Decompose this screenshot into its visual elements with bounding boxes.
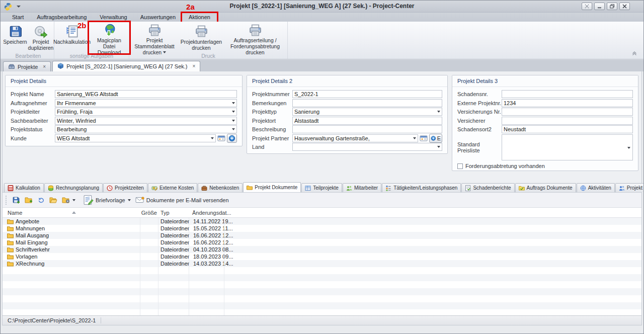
chevron-down-icon [437, 146, 440, 148]
auftragnehmer-select[interactable]: Ihr Firmenname [55, 99, 237, 107]
field-label: Land [252, 144, 292, 150]
kunde-select[interactable]: WEG Altstadt [55, 134, 216, 142]
column-header-name[interactable]: Name [8, 208, 22, 218]
projektnummer-input[interactable] [292, 90, 442, 98]
tab-rechnungsplanung[interactable]: Rechnungsplanung [44, 183, 103, 192]
tab-projektzeiten[interactable]: Projektzeiten [103, 183, 147, 192]
table-row[interactable]: Vorlagen Dateiordner 18.09.2023 09... [3, 253, 641, 260]
standard-preisliste-select[interactable] [502, 134, 633, 160]
projektstatus-select[interactable]: Bearbeitung [55, 125, 237, 133]
save-icon [9, 24, 22, 39]
doc-tab-projekt-s2022-1[interactable]: Projekt [S_2022-1] [Sanierung_WEG A] (27… [52, 61, 200, 71]
forderungsabtretung-checkbox[interactable] [457, 163, 463, 169]
file-list: Name Größe Typ Änderungsdat... Angebote … [3, 208, 641, 315]
speichern-button[interactable]: Speichern [3, 23, 28, 53]
sort-ascending-icon [72, 211, 76, 214]
table-row[interactable]: Schriftverkehr Dateiordner 04.10.2023 08… [3, 246, 641, 253]
field-label: Kunde [11, 135, 55, 141]
tab-aktionen[interactable]: Aktionen 2a [182, 13, 217, 22]
field-label: Externe Projektnr. [457, 100, 502, 106]
globe-download-icon [103, 24, 116, 37]
field-label: Projektnummer [252, 91, 292, 97]
documents-toolbar: Briefvorlage Dokumente per E-Mail versen… [3, 193, 641, 208]
field-label: Projekt Partner [252, 135, 292, 141]
folder-gear-icon [62, 197, 70, 203]
tab-nebenkosten[interactable]: Nebenkosten [198, 183, 243, 192]
report-check-icon [465, 185, 471, 191]
tab-auftragsbearbeitung[interactable]: Auftragsbearbeitung [30, 13, 93, 22]
minimize-button[interactable] [594, 3, 605, 10]
table-row[interactable]: Angebote Dateiordner 14.11.2022 19... [3, 218, 641, 225]
externe-projektnr-input[interactable] [502, 99, 633, 107]
column-header-aenderungsdatum[interactable]: Änderungsdat... [192, 208, 231, 218]
plus-circle-icon [228, 135, 235, 142]
clock-icon [107, 185, 113, 191]
tab-teilprojekte[interactable]: Teilprojekte [301, 183, 342, 192]
projekt-partner-select[interactable]: Hausverwaltung Gartenstraße, [292, 134, 418, 142]
tab-taetigkeiten-leistungsphasen[interactable]: Tätigkeiten/Leistungsphasen [382, 183, 461, 192]
kunde-card-button[interactable] [217, 134, 225, 142]
tab-schadenberichte[interactable]: Schadenberichte [461, 183, 514, 192]
land-select[interactable] [292, 143, 442, 151]
tab-auftrags-dokumente[interactable]: Auftrags Dokumente [515, 183, 576, 192]
tab-projekt-kontakte[interactable]: Projekt Kontakte [615, 183, 644, 192]
projektleiter-select[interactable]: Frühling, Fraja [55, 108, 237, 116]
folder-icon [7, 233, 14, 238]
add-folder-button[interactable] [25, 197, 33, 203]
partner-card-button[interactable] [420, 134, 428, 142]
versicherer-input[interactable] [502, 117, 633, 125]
restore-button[interactable] [607, 3, 617, 10]
projects-drawer-icon [8, 63, 15, 70]
projekt-duplizieren-button[interactable]: Projekt duplizieren [28, 23, 54, 53]
toolbar-grip[interactable] [6, 196, 7, 205]
close-button[interactable] [619, 3, 630, 10]
people-icon [346, 185, 352, 191]
auftragserteilung-forderungsabtretung-drucken-button[interactable]: Auftragserteilung / Forderungsabtretung … [223, 23, 287, 53]
tab-start[interactable]: Start [6, 13, 30, 22]
projektort-input[interactable] [292, 117, 442, 125]
beschreibung-input[interactable] [292, 125, 442, 133]
close-tab-icon[interactable]: × [193, 64, 196, 69]
checkbox-label: Forderungsabtretung vorhanden [465, 163, 545, 169]
sachbearbeiter-select[interactable]: Winter, Winfried [55, 117, 237, 125]
projekt-stammdatenblatt-drucken-button[interactable]: Projekt Stammdatenblatt drucken [129, 23, 180, 53]
window-style-button[interactable] [582, 3, 592, 10]
column-header-typ[interactable]: Typ [160, 208, 170, 218]
partner-add-button[interactable]: E [429, 134, 442, 143]
table-row[interactable]: XRechnung Dateiordner 14.03.2023 14... [3, 260, 641, 267]
table-row[interactable]: Mahnungen Dateiordner 15.05.2022 11... [3, 225, 641, 232]
magicplan-datei-download-button[interactable]: 2b Magicplan Datei Download [90, 23, 129, 53]
tab-aktivitaeten[interactable]: Aktivitäten [577, 183, 615, 192]
briefvorlage-button[interactable]: Briefvorlage [83, 195, 131, 205]
close-tab-icon[interactable]: × [43, 64, 46, 69]
tab-kalkulation[interactable]: Kalkulation [4, 183, 44, 192]
tab-externe-kosten[interactable]: Externe Kosten [148, 183, 197, 192]
schadensort2-input[interactable] [502, 125, 633, 133]
envelope-icon [135, 197, 144, 203]
calculation-document-icon [65, 24, 79, 39]
schadensnr-input[interactable] [502, 90, 633, 98]
send-documents-email-button[interactable]: Dokumente per E-Mail versenden [135, 197, 229, 203]
tab-projekt-dokumente[interactable]: Projekt Dokumente [243, 182, 301, 192]
table-row[interactable]: Mail Eingang Dateiordner 16.06.2022 12..… [3, 239, 641, 246]
undo-button[interactable] [37, 197, 45, 204]
column-header-groesse[interactable]: Größe [140, 208, 157, 218]
window-title: Projekt [S_2022-1] [Sanierung_WEG A] (27… [1, 3, 643, 10]
tab-auswertungen[interactable]: Auswertungen [134, 13, 182, 22]
save-document-button[interactable] [12, 196, 20, 204]
collapse-ribbon-icon[interactable] [631, 51, 637, 57]
tab-mitarbeiter[interactable]: Mitarbeiter [343, 183, 381, 192]
projekt-name-input[interactable] [55, 90, 237, 98]
table-row[interactable]: Mail Ausgang Dateiordner 16.06.2022 12..… [3, 232, 641, 239]
versicherungs-nr-input[interactable] [502, 108, 633, 116]
folder-options-button[interactable] [62, 197, 75, 203]
tab-verwaltung[interactable]: Verwaltung [93, 13, 133, 22]
projektunterlagen-drucken-button[interactable]: Projektunterlagen drucken [180, 23, 223, 53]
kunde-add-button[interactable] [227, 134, 237, 143]
open-folder-button[interactable] [49, 197, 57, 203]
folder-add-icon [25, 197, 33, 203]
doc-tab-projekte[interactable]: Projekte × [3, 61, 51, 71]
projekttyp-select[interactable]: Sanierung [292, 108, 442, 116]
ribbon-tab-row: Start Auftragsbearbeitung Verwaltung Aus… [1, 13, 643, 22]
bemerkungen-input[interactable] [292, 99, 442, 107]
